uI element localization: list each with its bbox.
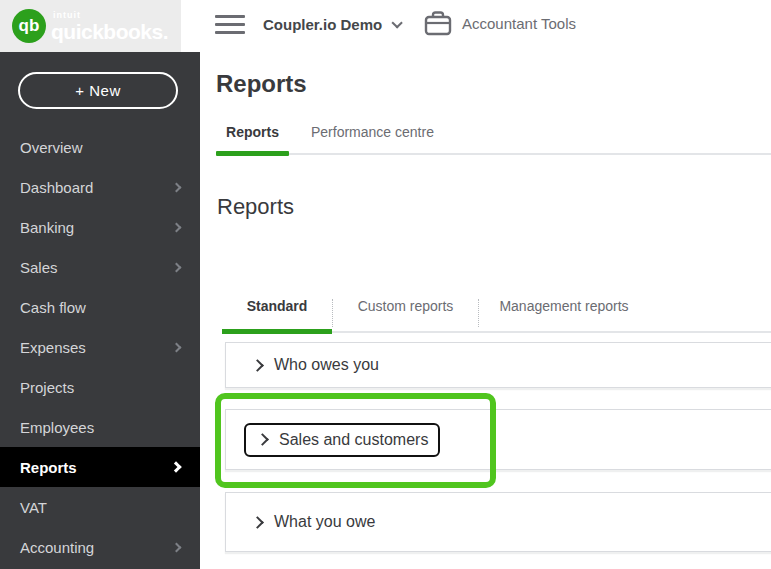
group-label: Sales and customers <box>279 431 428 449</box>
page-tabs: Reports Performance centre <box>216 124 771 155</box>
chevron-right-icon <box>172 222 182 232</box>
sidebar-item-dashboard[interactable]: Dashboard <box>0 167 200 207</box>
tab-label: Performance centre <box>311 124 434 140</box>
chevron-right-icon <box>251 359 264 372</box>
quickbooks-wordmark: intuit quickbooks. <box>51 11 168 42</box>
sidebar-item-label: Projects <box>20 379 74 396</box>
active-tab-underline <box>222 329 332 334</box>
quickbooks-logo-icon: qb <box>12 9 46 43</box>
page-title: Reports <box>216 70 307 98</box>
tab-label: Custom reports <box>358 298 454 314</box>
tab-label: Standard <box>247 298 308 314</box>
chevron-right-icon <box>172 262 182 272</box>
sidebar-item-label: Banking <box>20 219 74 236</box>
sidebar-item-label: Cash flow <box>20 299 86 316</box>
group-label: What you owe <box>274 513 375 531</box>
new-button[interactable]: + New <box>18 72 178 109</box>
accountant-tools-button[interactable]: Accountant Tools <box>424 10 576 36</box>
report-type-tabs: Standard Custom reports Management repor… <box>222 291 771 334</box>
tab-label: Management reports <box>499 298 628 314</box>
sidebar-item-reports[interactable]: Reports <box>0 447 200 487</box>
sidebar-item-label: Expenses <box>20 339 86 356</box>
sidebar-item-label: Accounting <box>20 539 94 556</box>
accountant-tools-label: Accountant Tools <box>462 15 576 32</box>
sidebar-item-accounting[interactable]: Accounting <box>0 527 200 567</box>
report-group-who-owes-you: Who owes you <box>225 342 771 388</box>
sidebar-item-label: Overview <box>20 139 83 156</box>
chevron-right-icon <box>172 342 182 352</box>
briefcase-icon <box>424 10 452 36</box>
report-group-what-you-owe: What you owe <box>225 492 771 552</box>
company-name: Coupler.io Demo <box>263 16 382 33</box>
sidebar-item-projects[interactable]: Projects <box>0 367 200 407</box>
sidebar-item-cash-flow[interactable]: Cash flow <box>0 287 200 327</box>
tab-performance-centre[interactable]: Performance centre <box>311 124 434 155</box>
sidebar-item-label: VAT <box>20 499 47 516</box>
tab-management-reports[interactable]: Management reports <box>479 291 649 321</box>
chevron-right-icon <box>170 461 181 472</box>
accordion-toggle-what-you-owe[interactable]: What you owe <box>253 513 375 531</box>
tab-divider-line <box>216 153 771 155</box>
sidebar-item-vat[interactable]: VAT <box>0 487 200 527</box>
intuit-wordmark: intuit <box>53 11 168 20</box>
sidebar-item-label: Dashboard <box>20 179 93 196</box>
chevron-right-icon <box>172 542 182 552</box>
tab-divider-line <box>332 331 771 333</box>
chevron-right-icon <box>251 516 264 529</box>
quickbooks-brand-text: quickbooks. <box>51 21 168 42</box>
sidebar-item-label: Sales <box>20 259 58 276</box>
tab-label: Reports <box>226 124 279 140</box>
tab-custom-reports[interactable]: Custom reports <box>333 291 478 321</box>
tab-reports[interactable]: Reports <box>216 124 289 155</box>
group-label: Who owes you <box>274 356 379 374</box>
sidebar-item-label: Reports <box>20 459 77 476</box>
chevron-right-icon <box>256 433 269 446</box>
accordion-toggle-sales-and-customers[interactable]: Sales and customers <box>258 431 428 449</box>
sidebar-item-expenses[interactable]: Expenses <box>0 327 200 367</box>
chevron-right-icon <box>172 182 182 192</box>
accordion-toggle-who-owes-you[interactable]: Who owes you <box>253 356 379 374</box>
active-tab-underline <box>216 151 289 156</box>
logo-strip: qb intuit quickbooks. <box>0 0 181 52</box>
hamburger-menu-icon[interactable] <box>215 15 245 36</box>
tab-standard[interactable]: Standard <box>222 291 332 321</box>
sidebar-nav: Overview Dashboard Banking Sales Cash fl… <box>0 127 200 567</box>
sidebar: + New Overview Dashboard Banking Sales C… <box>0 52 200 569</box>
sidebar-item-overview[interactable]: Overview <box>0 127 200 167</box>
sidebar-item-sales[interactable]: Sales <box>0 247 200 287</box>
sidebar-item-employees[interactable]: Employees <box>0 407 200 447</box>
quickbooks-app-window: qb intuit quickbooks. + New Overview Das… <box>0 0 771 569</box>
report-group-sales-and-customers: Sales and customers <box>225 409 771 470</box>
sidebar-item-banking[interactable]: Banking <box>0 207 200 247</box>
chevron-down-icon <box>392 17 403 28</box>
sidebar-item-label: Employees <box>20 419 94 436</box>
company-selector[interactable]: Coupler.io Demo <box>263 16 399 33</box>
section-title: Reports <box>217 194 294 220</box>
keyboard-focus-ring: Sales and customers <box>244 423 440 457</box>
